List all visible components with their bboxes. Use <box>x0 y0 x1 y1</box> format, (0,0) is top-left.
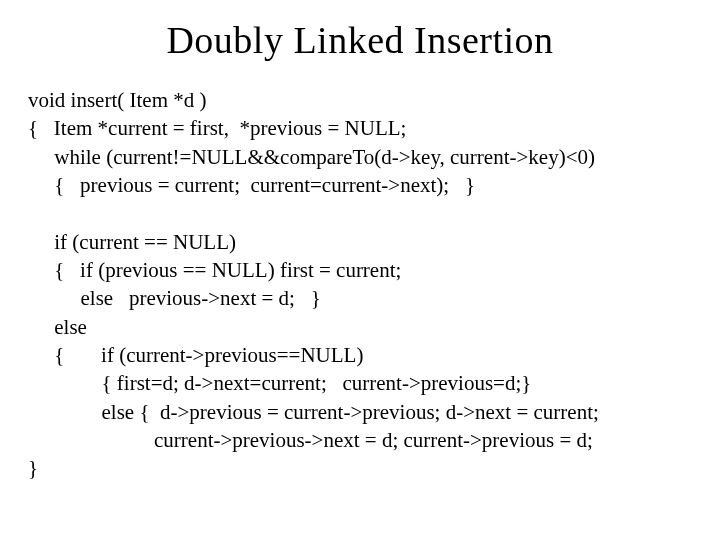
code-line: else <box>28 315 87 339</box>
code-block: void insert( Item *d ) { Item *current =… <box>0 62 720 483</box>
code-line: { if (current->previous==NULL) <box>28 343 363 367</box>
code-line: { previous = current; current=current->n… <box>28 173 475 197</box>
code-line: void insert( Item *d ) <box>28 88 206 112</box>
code-line: } <box>28 456 38 480</box>
slide-title: Doubly Linked Insertion <box>0 0 720 62</box>
code-line: if (current == NULL) <box>28 230 236 254</box>
code-line: else { d->previous = current->previous; … <box>28 400 599 424</box>
slide: Doubly Linked Insertion void insert( Ite… <box>0 0 720 540</box>
code-line: else previous->next = d; } <box>28 286 321 310</box>
code-line: while (current!=NULL&&compareTo(d->key, … <box>28 145 595 169</box>
code-line: { first=d; d->next=current; current->pre… <box>28 371 531 395</box>
code-line: current->previous->next = d; current->pr… <box>28 428 593 452</box>
code-line: { if (previous == NULL) first = current; <box>28 258 401 282</box>
code-line: { Item *current = first, *previous = NUL… <box>28 116 406 140</box>
